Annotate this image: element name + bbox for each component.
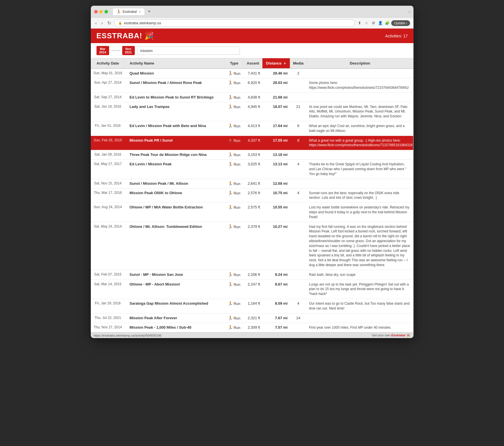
cell-distance: 28.46 mi [262,69,290,78]
table-row[interactable]: Sat, Mar 14, 2015 Ohlone - MP - Abort Mi… [91,280,413,299]
cell-name: Saratoga Gap Mission Almost Accomplished [125,299,225,313]
cell-ascent: 3,025 ft [244,160,262,179]
cell-media [290,179,307,188]
cell-media [290,323,307,332]
table-row[interactable]: Thu, Jul 22, 2021 Mission Peak After For… [91,313,413,323]
table-row[interactable]: Sat, May 24, 2014 Ohlone / Mt. Allison: … [91,222,413,270]
share-icon[interactable]: ⬆ [357,20,363,26]
cell-description [307,150,413,160]
col-header-type: Type [225,58,244,69]
cell-date: Thu, Nov 27, 2014 [91,323,125,332]
profile-icon[interactable]: 👤 [378,20,383,26]
cell-name: Sunol / Mission Peak / Almost Rose Peak [125,78,225,93]
col-header-ascent: Ascent [244,58,262,69]
cell-distance: 18.07 mi [262,102,290,121]
col-header-distance[interactable]: Distance ▼ [262,58,290,69]
table-row[interactable]: Sat, Nov 15, 2014 Sunol / Mission Peak /… [91,179,413,188]
address-bar: ‹ › ↻ 🔒 esstraba.steinkamp.us ⬆ ☆ ⚙ 👤 🧩 … [91,18,413,29]
cell-date: Sat, Feb 07, 2015 [91,270,125,280]
minimize-button[interactable] [99,10,103,13]
cell-type: 🏃Run [225,136,244,150]
footer-cta: Get your own Esstraba! 🎉 [372,334,411,337]
cell-type: 🏃Run [225,323,244,332]
cell-media [290,203,307,222]
cell-date: Sat, Nov 15, 2014 [91,179,125,188]
table-row[interactable]: Sat, Feb 07, 2015 Sunol - MP - Mission S… [91,270,413,280]
date-start-badge[interactable]: Mar 2014 [97,46,109,55]
update-button[interactable]: Update › [391,20,410,26]
cell-name: Three Peak Tour de Mission Ridge con Nin… [125,150,225,160]
run-icon: 🏃 [228,205,233,210]
cell-name: Ohlone / Mt. Allison: Tumbleweed Edition [125,222,225,270]
date-separator [111,50,120,51]
cell-description: What a great run with a great group. :) … [307,136,413,150]
cell-distance: 13.13 mi [262,160,290,179]
cell-distance: 7.67 mi [262,313,290,323]
cell-date: Sun, Aug 24, 2014 [91,203,125,222]
cell-date: Sat, Mar 14, 2015 [91,280,125,299]
cell-media: 2 [290,69,307,78]
cell-distance: 10.27 mi [262,222,290,270]
cell-date: Sat, Jun 18, 2016 [91,102,125,121]
reload-button[interactable]: ↻ [106,20,112,26]
date-end-badge[interactable]: Nov 2021 [122,46,135,55]
cell-distance: 12.68 mi [262,179,290,188]
cell-date: Sun, Apr 27, 2014 [91,78,125,93]
close-button[interactable] [94,10,98,13]
extension-icon[interactable]: ⚙ [371,20,376,26]
table-row[interactable]: Fri, Jan 01, 2016 Ed Levin / Mission Pea… [91,121,413,136]
new-tab-button[interactable]: + [146,9,152,15]
cell-date: Fri, Jan 01, 2016 [91,121,125,136]
table-row[interactable]: Sun, Apr 27, 2014 Sunol / Mission Peak /… [91,78,413,93]
run-icon: 🏃 [228,325,233,330]
cell-date: Sat, Jan 09, 2016 [91,150,125,160]
bookmark-icon[interactable]: ☆ [364,20,370,26]
app-header: Esstraba! 🎉 Activities: 17 [91,29,413,43]
table-row[interactable]: Sun, May 01, 2016 Quad Mission 🏃Run 7,43… [91,69,413,78]
cell-description: Thanks be to the Great Spigot of Liquid … [307,160,413,179]
table-row[interactable]: Sun, Feb 28, 2016 Mission Peak PR / Suno… [91,136,413,150]
cell-date: Fri, Jan 29, 2016 [91,299,125,313]
lock-icon: 🔒 [118,21,122,25]
cell-ascent: 3,153 ft [244,150,262,160]
cell-description: Lungs are not up to the task yet. Phrigg… [307,280,413,299]
address-input[interactable]: 🔒 esstraba.steinkamp.us [115,19,355,27]
cell-description: What an epic day! Cool air, sunshine, br… [307,121,413,136]
table-row[interactable]: Sat, Sep 27, 2014 Ed Levin to Mission Pe… [91,93,413,102]
table-row[interactable]: Thu, Nov 27, 2014 Mission Peak - 1,000 M… [91,323,413,332]
run-icon: 🏃 [228,124,233,128]
cell-ascent: 6,920 ft [244,78,262,93]
cell-type: 🏃Run [225,222,244,270]
back-button[interactable]: ‹ [94,20,98,26]
logo-text: Esstraba! [97,31,142,40]
table-row[interactable]: Sat, Jun 18, 2016 Lady and Las Trampas 🏃… [91,102,413,121]
cell-name: Ohlone / MP / MtA Water Bottle Extractio… [125,203,225,222]
cell-media: 6 [290,121,307,136]
cell-media: 4 [290,160,307,179]
browser-footer: https://esstraba.steinkamp.us/activity/5… [91,332,413,338]
browser-tab[interactable]: 🏃 Esstraba! ✕ [113,8,145,15]
table-row[interactable]: Sat, May 27, 2017 Ed Levin / Mission Pea… [91,160,413,179]
cell-media: 14 [290,313,307,323]
table-row[interactable]: Sat, Jan 09, 2016 Three Peak Tour de Mis… [91,150,413,160]
run-icon: 🏃 [228,191,233,195]
search-input[interactable] [137,47,240,55]
table-row[interactable]: Fri, Jan 29, 2016 Saratoga Gap Mission A… [91,299,413,313]
cell-date: Sun, Feb 28, 2016 [91,136,125,150]
cell-name: Sunol - MP - Mission San Jose [125,270,225,280]
cell-type: 🏃Run [225,150,244,160]
cell-media [290,78,307,93]
table-row[interactable]: Thu, Mar 17, 2016 Mission Peak O50K to O… [91,188,413,203]
run-icon: 🏃 [228,272,233,277]
cell-distance: 13.18 mi [262,150,290,160]
tab-close-icon[interactable]: ✕ [139,10,141,13]
cell-distance: 9.24 mi [262,270,290,280]
cell-type: 🏃Run [225,69,244,78]
cell-ascent: 4,337 ft [244,136,262,150]
puzzle-icon[interactable]: 🧩 [384,20,390,26]
maximize-button[interactable] [105,10,108,13]
table-row[interactable]: Sun, Aug 24, 2014 Ohlone / MP / MtA Wate… [91,203,413,222]
cell-date: Sun, May 01, 2016 [91,69,125,78]
forward-button[interactable]: › [100,20,104,26]
cell-description: Our intent was to go to Castle Rock, but… [307,299,413,313]
